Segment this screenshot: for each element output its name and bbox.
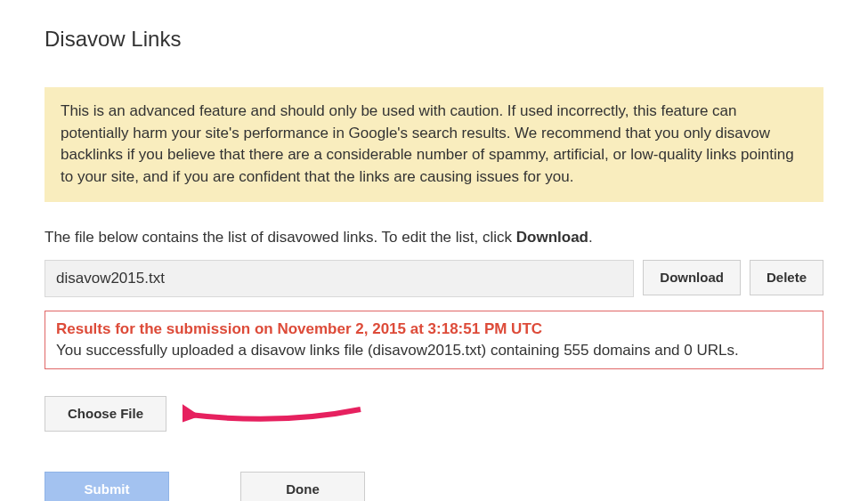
result-box: Results for the submission on November 2… xyxy=(45,311,823,369)
bottom-button-row: Submit Done xyxy=(45,472,823,501)
result-body: You successfully uploaded a disavow link… xyxy=(56,342,812,360)
intro-bold: Download xyxy=(516,229,588,246)
done-button[interactable]: Done xyxy=(240,472,365,501)
choose-file-row: Choose File xyxy=(45,396,823,432)
submit-button[interactable]: Submit xyxy=(45,472,169,501)
page-title: Disavow Links xyxy=(45,27,823,52)
download-button[interactable]: Download xyxy=(643,260,741,295)
delete-button[interactable]: Delete xyxy=(750,260,823,295)
filename-cell: disavow2015.txt xyxy=(45,260,634,297)
warning-banner: This is an advanced feature and should o… xyxy=(45,87,823,202)
choose-file-button[interactable]: Choose File xyxy=(45,396,166,432)
intro-prefix: The file below contains the list of disa… xyxy=(45,229,516,246)
file-row: disavow2015.txt Download Delete xyxy=(45,260,823,297)
intro-suffix: . xyxy=(588,229,593,246)
intro-text: The file below contains the list of disa… xyxy=(45,229,823,246)
annotation-arrow xyxy=(183,400,378,427)
result-heading: Results for the submission on November 2… xyxy=(56,320,812,338)
